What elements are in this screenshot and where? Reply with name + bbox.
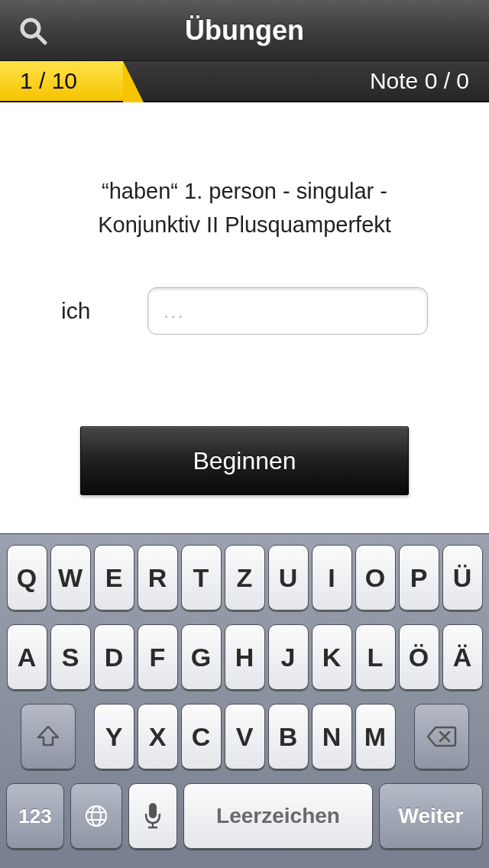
key-ue[interactable]: Ü: [442, 545, 483, 611]
begin-button[interactable]: Beginnen: [80, 426, 409, 495]
app-header: Übungen: [0, 0, 489, 61]
key-l[interactable]: L: [355, 624, 396, 690]
search-button[interactable]: [14, 11, 52, 50]
progress-counter: 1 / 10: [0, 61, 123, 101]
key-c[interactable]: C: [181, 704, 222, 769]
keyboard-row-2: A S D F G H J K L Ö Ä: [3, 624, 486, 690]
backspace-icon: [426, 725, 457, 748]
key-z[interactable]: Z: [225, 545, 265, 611]
key-y[interactable]: Y: [94, 704, 134, 769]
key-b[interactable]: B: [268, 704, 309, 769]
key-t[interactable]: T: [181, 545, 222, 611]
key-w[interactable]: W: [50, 545, 91, 611]
key-v[interactable]: V: [225, 704, 265, 769]
key-i[interactable]: I: [312, 545, 352, 611]
prompt-line-2: Konjunktiv II Plusquamperfekt: [98, 212, 391, 237]
keyboard-row-4: 123 Leerzeichen Weiter: [3, 783, 486, 849]
key-oe[interactable]: Ö: [399, 624, 439, 690]
key-s[interactable]: S: [50, 624, 91, 690]
key-h[interactable]: H: [225, 624, 265, 690]
keyboard-row-3: Y X C V B N M: [3, 704, 486, 769]
key-ae[interactable]: Ä: [442, 624, 483, 690]
key-g[interactable]: G: [181, 624, 222, 690]
key-r[interactable]: R: [138, 545, 178, 611]
key-x[interactable]: X: [138, 704, 178, 769]
key-shift[interactable]: [21, 704, 76, 769]
progress-bar: 1 / 10 Note 0 / 0: [0, 61, 489, 102]
key-q[interactable]: Q: [7, 545, 47, 611]
key-numbers[interactable]: 123: [6, 783, 64, 849]
prompt-line-1: “haben“ 1. person - singular -: [102, 179, 387, 203]
svg-point-5: [92, 806, 101, 826]
key-f[interactable]: F: [138, 624, 178, 690]
key-backspace[interactable]: [414, 704, 469, 769]
key-e[interactable]: E: [94, 545, 134, 611]
key-globe[interactable]: [70, 783, 122, 849]
key-k[interactable]: K: [312, 624, 352, 690]
search-icon: [18, 15, 48, 46]
key-m[interactable]: M: [355, 704, 396, 769]
key-dictation[interactable]: [128, 783, 177, 849]
keyboard-spacer: [399, 704, 411, 769]
key-j[interactable]: J: [268, 624, 309, 690]
key-d[interactable]: D: [94, 624, 134, 690]
exercise-area: “haben“ 1. person - singular - Konjunkti…: [0, 102, 489, 495]
key-space[interactable]: Leerzeichen: [183, 783, 373, 849]
svg-rect-8: [149, 803, 157, 818]
keyboard-spacer: [79, 704, 91, 769]
key-o[interactable]: O: [355, 545, 396, 611]
key-p[interactable]: P: [399, 545, 439, 611]
pronoun-label: ich: [61, 298, 147, 324]
microphone-icon: [143, 802, 163, 831]
score-label: Note 0 / 0: [123, 61, 489, 101]
answer-row: ich: [23, 287, 466, 335]
svg-line-1: [37, 34, 45, 43]
page-title: Übungen: [0, 15, 489, 47]
shift-icon: [35, 724, 61, 750]
key-u[interactable]: U: [268, 545, 309, 611]
key-return[interactable]: Weiter: [379, 783, 483, 849]
svg-point-4: [86, 806, 106, 826]
answer-input[interactable]: [147, 287, 428, 335]
globe-icon: [83, 803, 109, 829]
on-screen-keyboard: Q W E R T Z U I O P Ü A S D F G H J K L …: [0, 533, 489, 868]
key-n[interactable]: N: [312, 704, 352, 769]
keyboard-row-1: Q W E R T Z U I O P Ü: [3, 545, 486, 611]
exercise-prompt: “haben“ 1. person - singular - Konjunkti…: [23, 175, 466, 241]
key-a[interactable]: A: [7, 624, 47, 690]
